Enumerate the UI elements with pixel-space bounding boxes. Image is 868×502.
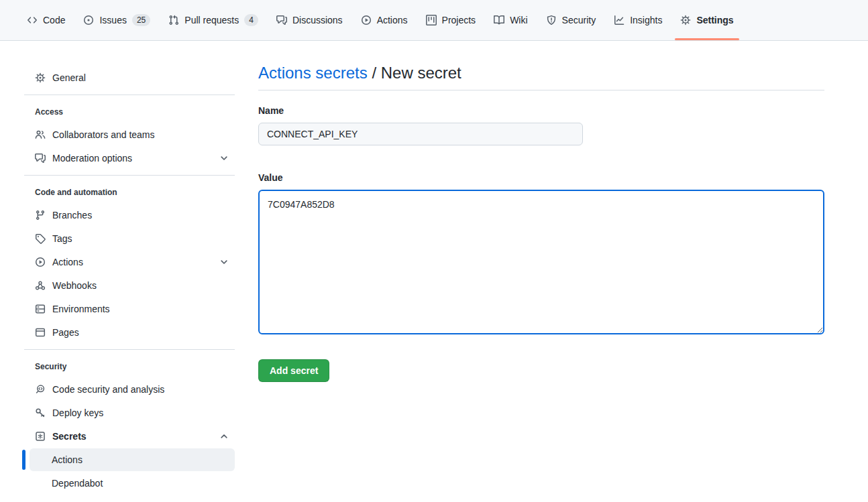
divider [24,175,235,176]
value-field-label: Value [258,171,824,185]
tab-discussions[interactable]: Discussions [270,0,349,40]
sidebar-item-webhooks[interactable]: Webhooks [30,274,235,297]
pull-requests-count-badge: 4 [244,14,258,26]
sidebar-item-label: Environments [52,304,110,314]
tab-label: Security [562,10,596,30]
server-icon [35,304,46,314]
tab-label: Actions [377,10,408,30]
sidebar-item-label: Code security and analysis [52,384,164,395]
divider [24,349,235,350]
comment-discussion-icon [276,15,287,25]
sidebar-item-pages[interactable]: Pages [30,321,235,344]
tab-wiki[interactable]: Wiki [488,0,533,40]
repo-tab-nav: Code Issues 25 Pull requests 4 Discussio… [0,0,868,41]
divider [24,95,235,95]
sidebar-item-label: Actions [52,257,83,267]
add-secret-button[interactable]: Add secret [258,359,329,382]
tab-code[interactable]: Code [21,0,71,40]
tab-pull-requests[interactable]: Pull requests 4 [162,0,264,40]
sidebar-item-label: Tags [52,233,72,244]
section-title-access: Access [30,106,235,118]
tab-label: Insights [630,10,662,30]
gear-icon [680,15,691,25]
codescan-icon [35,384,46,395]
people-icon [35,129,46,140]
tab-issues[interactable]: Issues 25 [77,0,156,40]
graph-icon [614,15,625,25]
play-icon [361,15,372,25]
sidebar-subitem-secrets-actions[interactable]: Actions [30,448,235,471]
page-title: Actions secrets / New secret [258,63,824,90]
git-branch-icon [35,210,46,221]
tab-insights[interactable]: Insights [608,0,668,40]
actions-secrets-breadcrumb-link[interactable]: Actions secrets [258,64,368,82]
sidebar-item-label: Actions [52,454,83,465]
sidebar-item-collaborators-and-teams[interactable]: Collaborators and teams [30,123,235,146]
sidebar-item-label: Secrets [52,431,87,442]
sidebar-item-actions[interactable]: Actions [30,251,235,273]
play-icon [35,257,46,267]
tab-security[interactable]: Security [540,0,602,40]
key-asterisk-icon [35,431,46,442]
git-pull-request-icon [168,15,179,25]
tab-projects[interactable]: Projects [420,0,482,40]
comment-discussion-icon [35,153,46,164]
settings-sidebar: General Access Collaborators and teams M… [30,41,235,495]
tab-actions[interactable]: Actions [355,0,414,40]
section-title-security: Security [30,361,235,373]
webhook-icon [35,280,46,291]
gear-icon [35,72,46,83]
chevron-down-icon [219,153,229,164]
sidebar-item-label: Webhooks [52,280,97,291]
sidebar-item-deploy-keys[interactable]: Deploy keys [30,401,235,424]
secret-value-textarea[interactable]: 7C0947A852D8 [258,190,824,334]
new-secret-form: Actions secrets / New secret Name Value … [258,41,824,382]
sidebar-item-label: Collaborators and teams [52,129,155,140]
browser-icon [35,327,46,338]
sidebar-item-general[interactable]: General [30,66,235,89]
sidebar-item-label: Dependabot [52,478,103,489]
tag-icon [35,233,46,244]
tab-label: Settings [696,10,733,30]
breadcrumb-separator: / [368,64,381,82]
sidebar-item-branches[interactable]: Branches [30,204,235,227]
sidebar-item-label: Pages [52,327,79,338]
tab-label: Pull requests [184,10,239,30]
breadcrumb-current: New secret [381,64,462,82]
sidebar-item-label: Moderation options [52,153,132,164]
issue-opened-icon [83,15,94,25]
sidebar-item-moderation-options[interactable]: Moderation options [30,147,235,170]
section-title-code-and-automation: Code and automation [30,186,235,198]
sidebar-item-label: Deploy keys [52,407,103,418]
sidebar-item-tags[interactable]: Tags [30,227,235,250]
chevron-down-icon [219,257,229,267]
sidebar-item-code-security-and-analysis[interactable]: Code security and analysis [30,378,235,401]
tab-label: Code [43,10,65,30]
tab-label: Discussions [292,10,343,30]
sidebar-item-label: Branches [52,210,92,221]
sidebar-item-secrets[interactable]: Secrets [30,425,235,448]
name-field-label: Name [258,104,824,118]
chevron-up-icon [219,431,229,442]
secret-name-input[interactable] [258,123,583,145]
tab-label: Wiki [510,10,527,30]
sidebar-item-environments[interactable]: Environments [30,298,235,320]
code-icon [27,15,38,25]
project-icon [426,15,437,25]
shield-icon [546,15,557,25]
sidebar-subitem-secrets-dependabot[interactable]: Dependabot [30,472,235,495]
key-icon [35,407,46,418]
tab-settings[interactable]: Settings [674,0,739,40]
tab-label: Projects [442,10,476,30]
sidebar-item-label: General [52,72,86,83]
tab-label: Issues [99,10,126,30]
book-icon [494,15,504,25]
issues-count-badge: 25 [132,14,150,26]
